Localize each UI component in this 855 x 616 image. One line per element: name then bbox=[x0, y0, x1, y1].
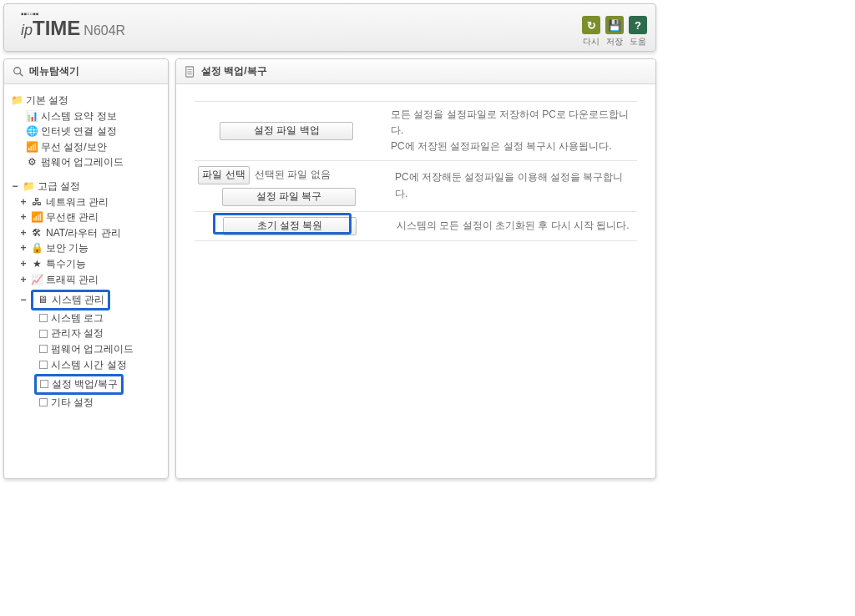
tree-leaf-label: NAT/라우터 관리 bbox=[46, 225, 121, 241]
page-icon bbox=[39, 314, 48, 322]
collapse-icon[interactable]: − bbox=[19, 292, 28, 308]
tree-leaf-label: 무선 설정/보안 bbox=[41, 139, 107, 155]
choose-file-button[interactable]: 파일 선택 bbox=[198, 166, 250, 184]
tree-sys-time[interactable]: 시스템 시간 설정 bbox=[11, 357, 163, 373]
tool-save-label: 저장 bbox=[606, 36, 623, 48]
tree-basic[interactable]: 📁 기본 설정 bbox=[11, 93, 163, 109]
expand-icon[interactable]: + bbox=[19, 240, 28, 256]
main-content: 설정 파일 백업 모든 설정을 설정파일로 저장하여 PC로 다운로드합니다. … bbox=[176, 84, 655, 258]
file-state-label: 선택된 파일 없음 bbox=[255, 168, 331, 182]
menu-tree: 📁 기본 설정 📊 시스템 요약 정보 🌐 인터넷 연결 설정 📶 무선 설정/… bbox=[4, 84, 168, 415]
row-reset: 초기 설정 복원 시스템의 모든 설정이 초기화된 후 다시 시작 됩니다. bbox=[195, 212, 637, 241]
tree-leaf-label: 인터넷 연결 설정 bbox=[41, 124, 117, 139]
tree-advanced-label: 고급 설정 bbox=[38, 179, 80, 194]
expand-icon[interactable]: + bbox=[19, 225, 28, 241]
tree-adv-nat[interactable]: + 🛠 NAT/라우터 관리 bbox=[11, 225, 163, 241]
expand-icon[interactable]: + bbox=[19, 194, 28, 210]
tool-refresh-label: 다시 bbox=[583, 36, 600, 48]
tree-sys-admin[interactable]: 관리자 설정 bbox=[11, 326, 163, 341]
factory-reset-button[interactable]: 초기 설정 복원 bbox=[223, 217, 357, 235]
expand-icon[interactable]: + bbox=[19, 272, 28, 288]
backup-desc-line1: 모든 설정을 설정파일로 저장하여 PC로 다운로드합니다. bbox=[391, 107, 634, 139]
page-icon bbox=[39, 330, 48, 338]
tree-sys-etc[interactable]: 기타 설정 bbox=[11, 395, 163, 411]
tree-leaf-label: 시스템 관리 bbox=[52, 292, 104, 308]
tree-leaf-label: 시스템 요약 정보 bbox=[41, 109, 117, 124]
main-panel: 설정 백업/복구 설정 파일 백업 모든 설정을 설정파일로 저장하여 PC로 … bbox=[175, 58, 656, 479]
tree-leaf-label: 무선랜 관리 bbox=[46, 210, 99, 225]
tool-save[interactable]: 💾 저장 bbox=[605, 16, 624, 48]
tree-basic-firmware[interactable]: ⚙ 펌웨어 업그레이드 bbox=[11, 154, 163, 170]
logo-model: N604R bbox=[83, 23, 125, 38]
tool-refresh[interactable]: ↻ 다시 bbox=[582, 16, 600, 48]
main-title-bar: 설정 백업/복구 bbox=[176, 59, 655, 84]
backup-button[interactable]: 설정 파일 백업 bbox=[220, 122, 353, 140]
tree-leaf-label: 관리자 설정 bbox=[51, 326, 104, 341]
logo-ip: ip bbox=[21, 22, 33, 39]
refresh-icon: ↻ bbox=[582, 16, 600, 34]
help-icon: ? bbox=[629, 16, 647, 34]
star-icon: ★ bbox=[31, 259, 43, 269]
tree-leaf-label: 펌웨어 업그레이드 bbox=[51, 341, 134, 357]
page-icon bbox=[39, 345, 48, 353]
tree-adv-traffic[interactable]: + 📈 트래픽 관리 bbox=[11, 272, 163, 288]
svg-point-0 bbox=[14, 67, 21, 73]
tree-adv-sec[interactable]: + 🔒 보안 기능 bbox=[11, 240, 163, 256]
backup-description: 모든 설정을 설정파일로 저장하여 PC로 다운로드합니다. PC에 저장된 설… bbox=[391, 107, 634, 155]
tree-leaf-label: 특수기능 bbox=[46, 256, 86, 272]
chart-icon: 📊 bbox=[26, 111, 38, 121]
page-icon bbox=[39, 361, 48, 369]
wifi-icon: 📶 bbox=[26, 142, 38, 152]
restore-button[interactable]: 설정 파일 복구 bbox=[222, 188, 356, 206]
tree-basic-internet[interactable]: 🌐 인터넷 연결 설정 bbox=[11, 124, 163, 139]
restore-description: PC에 저장해둔 설정파일을 이용해 설정을 복구합니다. bbox=[395, 169, 634, 201]
tree-sys-fw[interactable]: 펌웨어 업그레이드 bbox=[11, 341, 163, 357]
tree-leaf-label: 시스템 로그 bbox=[51, 311, 104, 326]
tree-advanced[interactable]: − 📁 고급 설정 bbox=[11, 179, 163, 194]
reset-description: 시스템의 모든 설정이 초기화된 후 다시 시작 됩니다. bbox=[397, 218, 630, 234]
wifi-icon: 📶 bbox=[31, 212, 43, 222]
folder-icon: 📁 bbox=[11, 95, 23, 105]
tree-adv-special[interactable]: + ★ 특수기능 bbox=[11, 256, 163, 272]
row-restore: 파일 선택 선택된 파일 없음 설정 파일 복구 PC에 저장해둔 설정파일을 … bbox=[195, 161, 637, 212]
tree-leaf-label: 보안 기능 bbox=[46, 240, 89, 256]
lock-icon: 🔒 bbox=[31, 244, 43, 254]
folder-icon: 📁 bbox=[23, 181, 34, 191]
save-icon: 💾 bbox=[605, 16, 624, 34]
sidebar-title-bar: 메뉴탐색기 bbox=[4, 59, 168, 84]
backup-desc-line2: PC에 저장된 설정파일은 설정 복구시 사용됩니다. bbox=[391, 139, 634, 154]
expand-icon[interactable]: + bbox=[19, 256, 28, 272]
tree-leaf-label: 트래픽 관리 bbox=[46, 272, 99, 288]
logo-time: TIME bbox=[33, 17, 80, 40]
tool-help-label: 도움 bbox=[630, 36, 646, 48]
tree-leaf-label: 펌웨어 업그레이드 bbox=[41, 154, 124, 170]
tree-sys-backup[interactable]: 설정 백업/복구 bbox=[11, 374, 163, 395]
row-backup: 설정 파일 백업 모든 설정을 설정파일로 저장하여 PC로 다운로드합니다. … bbox=[195, 102, 637, 161]
tree-adv-system[interactable]: − 🖥 시스템 관리 bbox=[11, 290, 163, 311]
main-title: 설정 백업/복구 bbox=[201, 64, 267, 78]
app-header: ▪▪▫▫▪▪ ip TIME N604R ↻ 다시 💾 저장 ? 도움 bbox=[3, 3, 656, 52]
tree-leaf-label: 기타 설정 bbox=[51, 395, 94, 411]
logo: ip TIME N604R bbox=[21, 17, 647, 40]
tree-basic-summary[interactable]: 📊 시스템 요약 정보 bbox=[11, 109, 163, 124]
page-icon bbox=[40, 380, 48, 388]
tree-adv-network[interactable]: + 🖧 네트워크 관리 bbox=[11, 194, 163, 210]
tree-sys-log[interactable]: 시스템 로그 bbox=[11, 311, 163, 326]
page-icon bbox=[39, 398, 48, 406]
header-tools: ↻ 다시 💾 저장 ? 도움 bbox=[582, 16, 647, 48]
tree-leaf-label: 설정 백업/복구 bbox=[52, 376, 118, 392]
collapse-icon[interactable]: − bbox=[11, 179, 19, 194]
sidebar-title: 메뉴탐색기 bbox=[29, 64, 79, 78]
sidebar-panel: 메뉴탐색기 📁 기본 설정 📊 시스템 요약 정보 🌐 인터넷 연결 설정 � bbox=[3, 58, 169, 479]
network-icon: 🖧 bbox=[31, 197, 43, 207]
tool-help[interactable]: ? 도움 bbox=[629, 16, 647, 48]
tree-adv-wlan[interactable]: + 📶 무선랜 관리 bbox=[11, 210, 163, 225]
tree-leaf-label: 시스템 시간 설정 bbox=[51, 357, 127, 373]
expand-icon[interactable]: + bbox=[19, 210, 28, 225]
system-icon: 🖥 bbox=[37, 295, 48, 305]
tree-basic-wireless[interactable]: 📶 무선 설정/보안 bbox=[11, 139, 163, 155]
tree-leaf-label: 네트워크 관리 bbox=[46, 194, 109, 210]
page-icon bbox=[185, 66, 196, 78]
gear-icon: ⚙ bbox=[26, 158, 38, 168]
tree-basic-label: 기본 설정 bbox=[26, 93, 68, 109]
